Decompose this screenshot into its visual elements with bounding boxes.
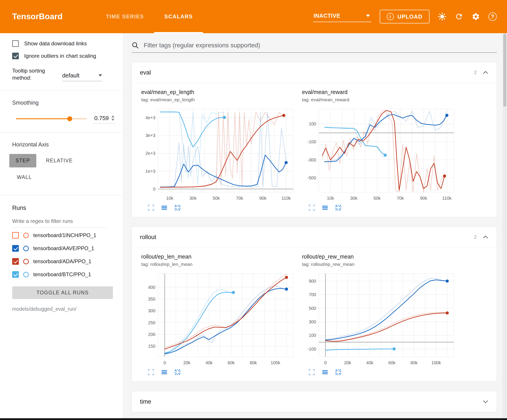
fit-domain-icon[interactable]	[335, 204, 342, 211]
tab-scalars[interactable]: SCALARS	[154, 0, 203, 33]
vertical-scrollbar[interactable]	[503, 33, 507, 418]
chart-tag: tag: eval/mean_reward	[302, 97, 457, 102]
smoothing-value: 0.759	[94, 115, 109, 122]
checkbox-checked-icon[interactable]	[12, 53, 19, 59]
axis-step-button[interactable]: STEP	[9, 154, 36, 167]
svg-text:50k: 50k	[373, 196, 381, 201]
data-table-icon[interactable]	[322, 204, 329, 211]
spinner-down-icon[interactable]	[111, 119, 114, 121]
brightness-icon[interactable]	[438, 12, 446, 21]
upload-button[interactable]: i UPLOAD	[380, 10, 430, 23]
svg-text:40k: 40k	[366, 360, 373, 365]
fit-domain-icon[interactable]	[335, 369, 342, 376]
fit-domain-icon[interactable]	[174, 204, 181, 211]
svg-text:4e+3: 4e+3	[145, 115, 155, 120]
run-checkbox[interactable]	[12, 245, 19, 252]
show-download-links-checkbox-row[interactable]: Show data download links	[12, 40, 123, 47]
toggle-all-runs-button[interactable]: TOGGLE ALL RUNS	[12, 286, 113, 299]
window-bottom-edge	[0, 418, 507, 420]
axis-relative-button[interactable]: RELATIVE	[40, 154, 79, 167]
run-row-ada[interactable]: tensorboard/ADA/PPO_1	[12, 255, 123, 268]
chart-rollout-ep-len-mean: rollout/ep_len_mean tag: rollout/ep_len_…	[141, 254, 296, 376]
main-content: eval 2 eval/mean_ep_length tag: eval/mea…	[123, 33, 503, 418]
svg-text:70k: 70k	[236, 196, 243, 201]
svg-text:40k: 40k	[205, 360, 213, 365]
svg-text:400: 400	[148, 285, 155, 290]
divider	[0, 90, 123, 91]
scrollbar-thumb[interactable]	[503, 34, 506, 107]
chevron-up-icon[interactable]	[482, 234, 489, 240]
slider-thumb[interactable]	[67, 116, 72, 121]
show-download-links-label: Show data download links	[24, 41, 87, 47]
smoothing-slider[interactable]	[16, 118, 87, 119]
status-dropdown[interactable]: INACTIVE	[313, 11, 371, 22]
runs-filter-input[interactable]	[12, 218, 107, 227]
tag-filter-input[interactable]	[143, 41, 497, 49]
svg-text:200: 200	[148, 332, 155, 337]
svg-text:0: 0	[163, 360, 166, 365]
section-rollout-header[interactable]: rollout 2	[132, 227, 497, 248]
checkbox-unchecked-icon[interactable]	[12, 40, 19, 47]
chevron-down-icon[interactable]	[482, 399, 489, 405]
svg-text:500: 500	[309, 306, 316, 311]
section-title: rollout	[140, 234, 156, 241]
run-row-aave[interactable]: tensorboard/AAVE/PPO_1	[12, 242, 123, 255]
chart-title: rollout/ep_len_mean	[141, 254, 296, 260]
section-eval-header[interactable]: eval 2	[132, 62, 497, 83]
app-header: TensorBoard TIME SERIES SCALARS INACTIVE…	[0, 0, 507, 33]
run-checkbox[interactable]	[12, 271, 19, 278]
expand-chart-icon[interactable]	[308, 204, 315, 211]
refresh-icon[interactable]	[455, 12, 463, 21]
divider	[0, 195, 123, 195]
run-label: tensorboard/AAVE/PPO_1	[33, 246, 94, 251]
section-time-header[interactable]: time	[132, 391, 497, 412]
axis-button-row: STEP RELATIVE	[9, 154, 123, 167]
section-rollout-body: rollout/ep_len_mean tag: rollout/ep_len_…	[132, 248, 497, 381]
help-icon[interactable]: ?	[488, 12, 497, 21]
runs-directory-path: models/debugged_eval_run/	[12, 306, 123, 312]
sidebar: Show data download links Ignore outliers…	[0, 33, 123, 418]
svg-text:100: 100	[309, 333, 316, 338]
chart-title: eval/mean_ep_length	[141, 89, 296, 95]
fit-domain-icon[interactable]	[174, 369, 181, 376]
axis-wall-button[interactable]: WALL	[11, 171, 38, 184]
svg-text:700: 700	[309, 292, 316, 297]
section-eval: eval 2 eval/mean_ep_length tag: eval/mea…	[132, 62, 497, 217]
line-chart[interactable]: 020k40k60k80k100k150200250300350400	[141, 270, 296, 368]
horizontal-axis-label: Horizontal Axis	[12, 141, 123, 148]
run-checkbox[interactable]	[12, 258, 19, 265]
run-row-btc[interactable]: tensorboard/BTC/PPO_1	[12, 268, 123, 281]
ignore-outliers-checkbox-row[interactable]: Ignore outliers in chart scaling	[12, 53, 123, 59]
spinner-up-icon[interactable]	[111, 116, 114, 117]
chart-eval-mean-reward: eval/mean_reward tag: eval/mean_reward 1…	[302, 89, 457, 211]
run-row-1inch[interactable]: tensorboard/1INCH/PPO_1	[12, 229, 123, 242]
svg-text:0: 0	[324, 360, 327, 365]
data-table-icon[interactable]	[161, 369, 168, 376]
expand-chart-icon[interactable]	[308, 369, 315, 376]
line-chart[interactable]: 10k30k50k70k90k110k01e+32e+33e+34e+3	[141, 106, 296, 204]
smoothing-value-input[interactable]: 0.759	[93, 114, 115, 124]
expand-chart-icon[interactable]	[148, 369, 155, 376]
tag-filter-bar	[132, 41, 497, 53]
run-checkbox[interactable]	[12, 232, 19, 239]
svg-text:-300: -300	[307, 158, 316, 162]
run-color-circle	[23, 259, 29, 264]
chevron-up-icon[interactable]	[482, 69, 489, 76]
section-rollout: rollout 2 rollout/ep_len_mean tag: rollo…	[132, 227, 497, 382]
settings-gear-icon[interactable]	[472, 12, 480, 21]
svg-text:70k: 70k	[397, 196, 404, 201]
data-table-icon[interactable]	[322, 369, 329, 376]
svg-text:300: 300	[148, 308, 155, 313]
smoothing-control: 0.759	[16, 114, 123, 124]
tooltip-sorting-dropdown[interactable]: default	[62, 72, 102, 81]
line-chart[interactable]: 10k30k50k70k90k110k100-100-300-500	[302, 106, 457, 204]
svg-text:100k: 100k	[271, 360, 280, 365]
expand-chart-icon[interactable]	[148, 204, 155, 211]
svg-text:250: 250	[148, 320, 155, 325]
line-chart[interactable]: 020k40k60k80k100k900700500300100-100	[302, 270, 457, 368]
data-table-icon[interactable]	[161, 204, 168, 211]
svg-text:300: 300	[309, 319, 316, 324]
svg-text:-100: -100	[307, 347, 316, 351]
chart-actions	[302, 369, 457, 376]
tab-time-series[interactable]: TIME SERIES	[96, 0, 154, 33]
